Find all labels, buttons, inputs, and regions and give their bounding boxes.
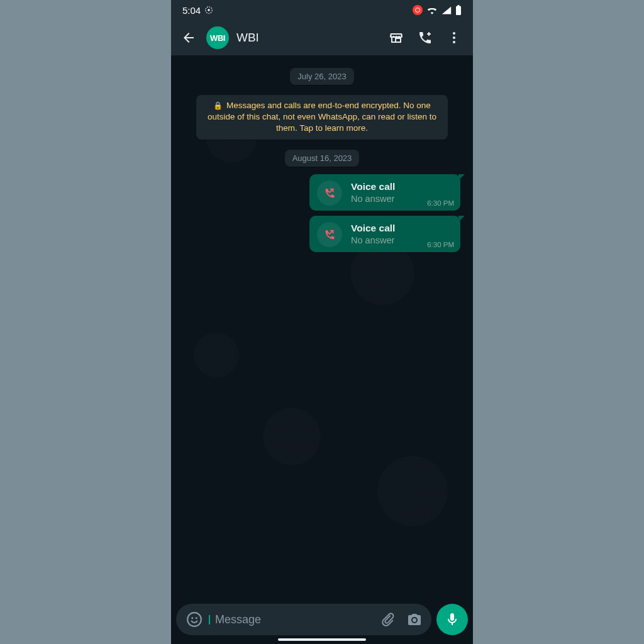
svg-rect-2 (456, 6, 461, 15)
camera-button[interactable] (402, 608, 426, 631)
emoji-icon (186, 611, 203, 628)
call-title: Voice call (351, 222, 454, 235)
paperclip-icon (380, 612, 396, 627)
call-title: Voice call (351, 180, 454, 193)
missed-call-icon (317, 222, 342, 247)
svg-point-6 (453, 41, 455, 43)
phone-frame: 5:04 WBI WBI Jul (171, 0, 473, 644)
svg-point-4 (453, 32, 455, 35)
date-chip: August 16, 2023 (285, 150, 360, 167)
missed-call-icon (317, 180, 342, 206)
camera-icon (407, 612, 422, 627)
phone-plus-icon (418, 30, 433, 45)
back-button[interactable] (176, 25, 201, 50)
recording-icon (413, 5, 423, 15)
wifi-icon (426, 6, 438, 14)
call-bubble[interactable]: Voice call No answer 6:30 PM (309, 174, 460, 211)
svg-point-9 (196, 617, 197, 619)
app-bar: WBI WBI (171, 20, 473, 55)
attach-button[interactable] (376, 608, 400, 631)
encryption-text: Messages and calls are end-to-end encryp… (208, 101, 436, 133)
battery-icon (455, 5, 462, 15)
status-dot-icon (204, 6, 213, 14)
message-placeholder: Message (215, 613, 261, 626)
mic-icon (445, 612, 460, 627)
call-time: 6:30 PM (427, 241, 454, 248)
composer: Message (176, 604, 431, 635)
svg-point-7 (187, 613, 201, 626)
mic-button[interactable] (436, 604, 468, 635)
chat-body[interactable]: July 26, 2023 🔒 Messages and calls are e… (171, 55, 473, 600)
call-bubble[interactable]: Voice call No answer 6:30 PM (309, 216, 460, 252)
svg-point-8 (191, 617, 193, 619)
svg-point-5 (453, 36, 455, 39)
lock-icon: 🔒 (213, 101, 223, 110)
message-input[interactable]: Message (209, 613, 374, 626)
encryption-notice[interactable]: 🔒 Messages and calls are end-to-end encr… (196, 95, 448, 140)
storefront-icon (389, 30, 404, 45)
home-indicator[interactable] (278, 638, 366, 641)
contact-avatar[interactable]: WBI (206, 26, 229, 49)
contact-title[interactable]: WBI (236, 31, 379, 45)
call-button[interactable] (413, 25, 438, 50)
avatar-initials: WBI (210, 33, 225, 43)
storefront-button[interactable] (384, 25, 409, 50)
signal-icon (441, 6, 452, 14)
status-time: 5:04 (182, 5, 201, 16)
svg-point-1 (208, 9, 210, 11)
emoji-button[interactable] (182, 608, 206, 631)
more-vert-icon (447, 30, 462, 45)
status-bar: 5:04 (171, 0, 473, 20)
call-time: 6:30 PM (427, 199, 454, 207)
menu-button[interactable] (441, 25, 467, 50)
date-chip: July 26, 2023 (290, 68, 353, 85)
arrow-left-icon (181, 30, 196, 45)
svg-rect-3 (457, 5, 459, 6)
composer-row: Message (171, 600, 473, 644)
